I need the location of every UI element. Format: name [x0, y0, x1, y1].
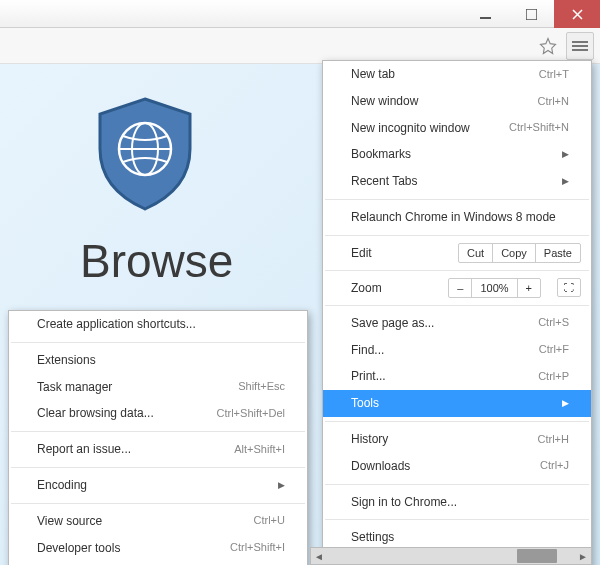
menu-item-report-an-issue[interactable]: Report an issue...Alt+Shift+I [9, 436, 307, 463]
menu-item-label: Report an issue... [37, 441, 131, 458]
menu-shortcut: Ctrl+P [538, 369, 569, 384]
menu-shortcut: Alt+Shift+I [234, 442, 285, 457]
menu-item-label: New tab [351, 66, 395, 83]
menu-item-sign-in-to-chrome[interactable]: Sign in to Chrome... [323, 489, 591, 516]
menu-item-label: Extensions [37, 352, 96, 369]
menu-item-label: Tools [351, 395, 379, 412]
zoom-controls: –100%+ [448, 278, 541, 298]
svg-rect-4 [572, 49, 588, 51]
menu-separator [325, 519, 589, 520]
menu-item-downloads[interactable]: DownloadsCtrl+J [323, 453, 591, 480]
menu-item-javascript-console[interactable]: JavaScript consoleCtrl+Shift+J [9, 561, 307, 565]
browser-toolbar [0, 28, 600, 64]
copy-button[interactable]: Copy [492, 244, 535, 262]
menu-item-label: Create application shortcuts... [37, 316, 196, 333]
menu-item-label: Relaunch Chrome in Windows 8 mode [351, 209, 556, 226]
menu-item-create-application-shortcuts[interactable]: Create application shortcuts... [9, 311, 307, 338]
menu-item-label: History [351, 431, 388, 448]
menu-item-label: Sign in to Chrome... [351, 494, 457, 511]
close-button[interactable] [554, 0, 600, 28]
zoom-out-button[interactable]: – [449, 279, 471, 297]
menu-item-developer-tools[interactable]: Developer toolsCtrl+Shift+I [9, 535, 307, 562]
menu-item-new-window[interactable]: New windowCtrl+N [323, 88, 591, 115]
submenu-arrow-icon: ▶ [562, 397, 569, 410]
menu-item-label: Encoding [37, 477, 87, 494]
menu-item-print[interactable]: Print...Ctrl+P [323, 363, 591, 390]
menu-item-label: Bookmarks [351, 146, 411, 163]
menu-separator [325, 421, 589, 422]
zoom-value: 100% [471, 279, 516, 297]
menu-item-extensions[interactable]: Extensions [9, 347, 307, 374]
svg-rect-2 [572, 41, 588, 43]
minimize-button[interactable] [462, 0, 508, 28]
horizontal-scrollbar[interactable]: ◄ ► [310, 547, 592, 565]
menu-shortcut: Shift+Esc [238, 379, 285, 394]
menu-item-clear-browsing-data[interactable]: Clear browsing data...Ctrl+Shift+Del [9, 400, 307, 427]
menu-separator [325, 199, 589, 200]
menu-item-label: View source [37, 513, 102, 530]
menu-item-recent-tabs[interactable]: Recent Tabs▶ [323, 168, 591, 195]
menu-item-view-source[interactable]: View sourceCtrl+U [9, 508, 307, 535]
edit-row: EditCutCopyPaste [323, 240, 591, 266]
menu-shortcut: Ctrl+U [254, 513, 285, 528]
menu-item-history[interactable]: HistoryCtrl+H [323, 426, 591, 453]
menu-shortcut: Ctrl+Shift+I [230, 540, 285, 555]
menu-separator [325, 484, 589, 485]
menu-item-save-page-as[interactable]: Save page as...Ctrl+S [323, 310, 591, 337]
menu-separator [11, 503, 305, 504]
menu-separator [325, 270, 589, 271]
menu-shortcut: Ctrl+F [539, 342, 569, 357]
menu-item-label: New window [351, 93, 418, 110]
menu-separator [11, 342, 305, 343]
submenu-arrow-icon: ▶ [562, 148, 569, 161]
tools-submenu: Create application shortcuts...Extension… [8, 310, 308, 565]
scroll-left-arrow[interactable]: ◄ [311, 551, 327, 562]
menu-item-relaunch-chrome-in-windows-8-mode[interactable]: Relaunch Chrome in Windows 8 mode [323, 204, 591, 231]
menu-item-label: Clear browsing data... [37, 405, 154, 422]
submenu-arrow-icon: ▶ [562, 175, 569, 188]
menu-item-new-incognito-window[interactable]: New incognito windowCtrl+Shift+N [323, 115, 591, 142]
svg-rect-0 [480, 17, 491, 19]
menu-item-new-tab[interactable]: New tabCtrl+T [323, 61, 591, 88]
menu-item-label: Recent Tabs [351, 173, 418, 190]
menu-item-label: Print... [351, 368, 386, 385]
menu-item-label: New incognito window [351, 120, 470, 137]
svg-rect-1 [526, 9, 537, 20]
menu-item-label: Settings [351, 529, 394, 546]
menu-item-encoding[interactable]: Encoding▶ [9, 472, 307, 499]
shield-icon [90, 94, 200, 214]
menu-item-label: Find... [351, 342, 384, 359]
menu-shortcut: Ctrl+H [538, 432, 569, 447]
menu-shortcut: Ctrl+Shift+N [509, 120, 569, 135]
zoom-row: Zoom–100%+⛶ [323, 275, 591, 301]
menu-shortcut: Ctrl+T [539, 67, 569, 82]
menu-item-label: Save page as... [351, 315, 434, 332]
scroll-right-arrow[interactable]: ► [575, 551, 591, 562]
menu-item-tools[interactable]: Tools▶ [323, 390, 591, 417]
cut-button[interactable]: Cut [459, 244, 492, 262]
menu-item-find[interactable]: Find...Ctrl+F [323, 337, 591, 364]
menu-shortcut: Ctrl+J [540, 458, 569, 473]
menu-separator [325, 305, 589, 306]
zoom-in-button[interactable]: + [517, 279, 540, 297]
submenu-arrow-icon: ▶ [278, 479, 285, 492]
zoom-label: Zoom [351, 281, 438, 295]
menu-item-task-manager[interactable]: Task managerShift+Esc [9, 374, 307, 401]
window-titlebar [0, 0, 600, 28]
menu-shortcut: Ctrl+Shift+Del [217, 406, 285, 421]
chrome-menu-button[interactable] [566, 32, 594, 60]
fullscreen-button[interactable]: ⛶ [557, 278, 581, 297]
edit-button-group: CutCopyPaste [458, 243, 581, 263]
menu-shortcut: Ctrl+S [538, 315, 569, 330]
edit-label: Edit [351, 246, 448, 260]
chrome-main-menu: New tabCtrl+TNew windowCtrl+NNew incogni… [322, 60, 592, 565]
menu-separator [11, 467, 305, 468]
menu-item-label: Downloads [351, 458, 410, 475]
menu-separator [11, 431, 305, 432]
svg-rect-3 [572, 45, 588, 47]
maximize-button[interactable] [508, 0, 554, 28]
paste-button[interactable]: Paste [535, 244, 580, 262]
menu-item-bookmarks[interactable]: Bookmarks▶ [323, 141, 591, 168]
scroll-thumb[interactable] [517, 549, 557, 563]
bookmark-star-icon[interactable] [534, 32, 562, 60]
